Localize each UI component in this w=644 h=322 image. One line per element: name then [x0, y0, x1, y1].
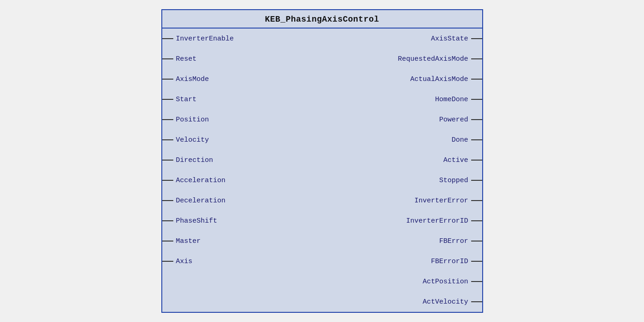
port-line-left	[162, 38, 173, 39]
right-port: Done	[451, 136, 482, 144]
function-block: KEB_PhasingAxisControl InverterEnableAxi…	[161, 9, 483, 313]
port-line-left	[162, 241, 173, 242]
table-row: ResetRequestedAxisMode	[162, 49, 482, 69]
port-label-left: Master	[173, 237, 201, 245]
port-line-right	[471, 220, 482, 221]
port-label-right: FBErrorID	[431, 258, 471, 265]
port-line-left	[162, 139, 173, 140]
port-line-left	[162, 261, 173, 262]
port-line-left	[162, 200, 173, 201]
table-row: AccelerationStopped	[162, 170, 482, 190]
port-label-left: Direction	[173, 156, 213, 164]
port-label-right: InverterErrorID	[406, 217, 471, 225]
port-line-right	[471, 58, 482, 59]
right-port: Stopped	[439, 177, 482, 184]
right-port: RequestedAxisMode	[398, 55, 482, 63]
table-row: MasterFBError	[162, 231, 482, 251]
port-label-right: AxisState	[431, 35, 471, 43]
table-row: ActPosition	[162, 271, 482, 292]
port-line-right	[471, 241, 482, 242]
port-line-right	[471, 38, 482, 39]
right-port: InverterErrorID	[406, 217, 482, 225]
port-label-left: Velocity	[173, 136, 209, 144]
block-title: KEB_PhasingAxisControl	[162, 10, 482, 29]
table-row: VelocityDone	[162, 130, 482, 150]
port-label-left: Start	[173, 96, 197, 104]
port-label-right: ActVelocity	[422, 298, 471, 306]
port-line-right	[471, 139, 482, 140]
left-port: Direction	[162, 156, 213, 164]
table-row: PhaseShiftInverterErrorID	[162, 211, 482, 231]
right-port: ActVelocity	[422, 298, 482, 306]
port-label-right: Active	[443, 156, 471, 164]
port-label-left: Reset	[173, 55, 197, 63]
port-line-right	[471, 281, 482, 282]
left-port: Reset	[162, 55, 197, 63]
port-line-left	[162, 119, 173, 120]
left-port: InverterEnable	[162, 35, 234, 43]
table-row: DecelerationInverterError	[162, 190, 482, 211]
port-label-right: Done	[451, 136, 471, 144]
left-port: Position	[162, 116, 209, 124]
port-line-left	[162, 99, 173, 100]
right-port: Powered	[439, 116, 482, 124]
right-port: Active	[443, 156, 482, 164]
left-port: Acceleration	[162, 177, 226, 184]
left-port: Axis	[162, 258, 193, 265]
port-line-right	[471, 79, 482, 80]
port-line-left	[162, 79, 173, 80]
right-port: AxisState	[431, 35, 482, 43]
port-line-right	[471, 119, 482, 120]
port-label-right: RequestedAxisMode	[398, 55, 471, 63]
left-port: Velocity	[162, 136, 209, 144]
port-line-left	[162, 180, 173, 181]
port-label-right: HomeDone	[435, 96, 471, 104]
port-label-right: InverterError	[414, 197, 471, 205]
port-label-left: PhaseShift	[173, 217, 217, 225]
port-line-right	[471, 99, 482, 100]
port-label-right: Stopped	[439, 177, 471, 184]
left-port: AxisMode	[162, 75, 209, 83]
port-line-left	[162, 220, 173, 221]
port-label-right: Powered	[439, 116, 471, 124]
port-line-right	[471, 261, 482, 262]
right-port: HomeDone	[435, 96, 482, 104]
block-body: InverterEnableAxisStateResetRequestedAxi…	[162, 29, 482, 312]
right-port: FBError	[439, 237, 482, 245]
right-port: InverterError	[414, 197, 482, 205]
left-port: Master	[162, 237, 201, 245]
left-port: PhaseShift	[162, 217, 217, 225]
port-label-left: AxisMode	[173, 75, 209, 83]
table-row: StartHomeDone	[162, 89, 482, 109]
port-label-left: Axis	[173, 258, 193, 265]
left-port: Deceleration	[162, 197, 226, 205]
port-label-left: Position	[173, 116, 209, 124]
table-row: AxisModeActualAxisMode	[162, 69, 482, 89]
port-label-left: Deceleration	[173, 197, 226, 205]
port-line-right	[471, 200, 482, 201]
table-row: DirectionActive	[162, 150, 482, 170]
right-port: FBErrorID	[431, 258, 482, 265]
port-line-left	[162, 160, 173, 161]
port-line-right	[471, 160, 482, 161]
table-row: AxisFBErrorID	[162, 251, 482, 271]
right-port: ActPosition	[422, 278, 482, 286]
table-row: PositionPowered	[162, 109, 482, 130]
port-label-right: FBError	[439, 237, 471, 245]
port-line-left	[162, 58, 173, 59]
port-line-right	[471, 180, 482, 181]
table-row: InverterEnableAxisState	[162, 29, 482, 49]
port-line-right	[471, 301, 482, 302]
port-label-right: ActPosition	[422, 278, 471, 286]
port-label-left: Acceleration	[173, 177, 226, 184]
table-row: ActVelocity	[162, 292, 482, 312]
port-label-left: InverterEnable	[173, 35, 234, 43]
port-label-right: ActualAxisMode	[410, 75, 471, 83]
left-port: Start	[162, 96, 197, 104]
right-port: ActualAxisMode	[410, 75, 482, 83]
